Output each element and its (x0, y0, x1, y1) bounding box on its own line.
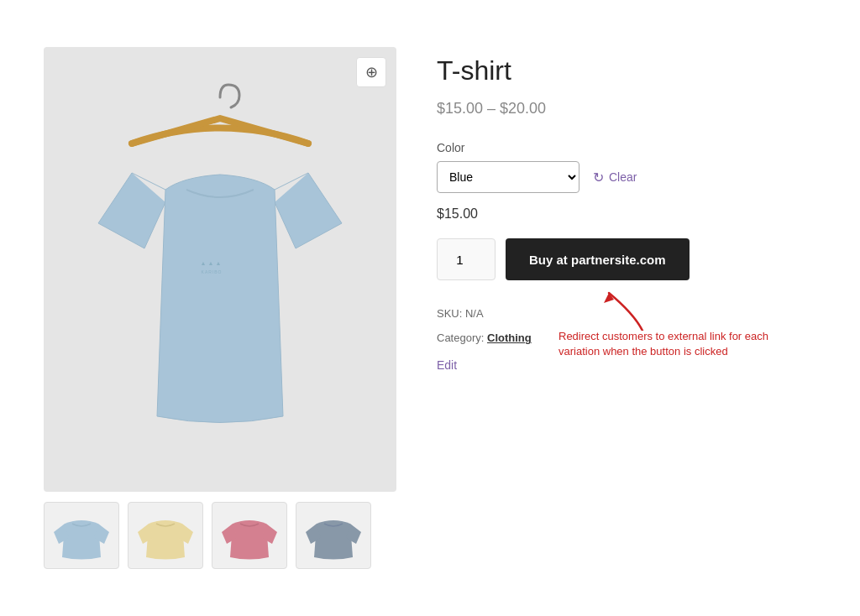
color-select-row: Blue Yellow Pink Dark ↻ Clear (437, 161, 816, 193)
svg-text:▲▲▲: ▲▲▲ (201, 260, 223, 267)
buy-button[interactable]: Buy at partnersite.com (506, 238, 690, 280)
zoom-icon: ⊕ (365, 63, 378, 81)
product-title: T-shirt (437, 55, 816, 86)
product-gallery: ⊕ (44, 47, 396, 569)
main-image: ⊕ (44, 47, 396, 492)
color-label: Color (437, 141, 816, 154)
product-price: $15.00 – $20.00 (437, 100, 816, 117)
svg-marker-2 (604, 293, 614, 303)
product-page: ⊕ (27, 22, 833, 594)
thumbnail-yellow[interactable] (128, 502, 203, 569)
product-info: T-shirt $15.00 – $20.00 Color Blue Yello… (437, 47, 816, 373)
thumbnail-row (44, 502, 396, 569)
edit-link[interactable]: Edit (437, 358, 457, 372)
quantity-input[interactable] (437, 238, 496, 280)
sku-value: N/A (465, 307, 484, 320)
purchase-row: Buy at partnersite.com Redirect customer… (437, 238, 816, 280)
category-link[interactable]: Clothing (487, 331, 532, 344)
category-label: Category: (437, 331, 484, 344)
thumbnail-dark[interactable] (296, 502, 371, 569)
clear-label: Clear (609, 170, 637, 184)
zoom-button[interactable]: ⊕ (356, 57, 386, 87)
thumbnail-pink[interactable] (212, 502, 287, 569)
thumbnail-blue[interactable] (44, 502, 119, 569)
tshirt-main-image: ▲▲▲ KARIBO (90, 81, 350, 458)
color-select[interactable]: Blue Yellow Pink Dark (437, 161, 579, 193)
clear-icon: ↻ (593, 170, 604, 185)
annotation-text: Redirect customers to external link for … (558, 329, 794, 359)
annotation-arrow-svg (592, 285, 659, 331)
redirect-annotation: Redirect customers to external link for … (558, 285, 794, 359)
color-section: Color Blue Yellow Pink Dark ↻ Clear (437, 141, 816, 193)
clear-button[interactable]: ↻ Clear (593, 170, 637, 185)
svg-text:KARIBO: KARIBO (202, 269, 223, 274)
selected-price: $15.00 (437, 206, 816, 222)
